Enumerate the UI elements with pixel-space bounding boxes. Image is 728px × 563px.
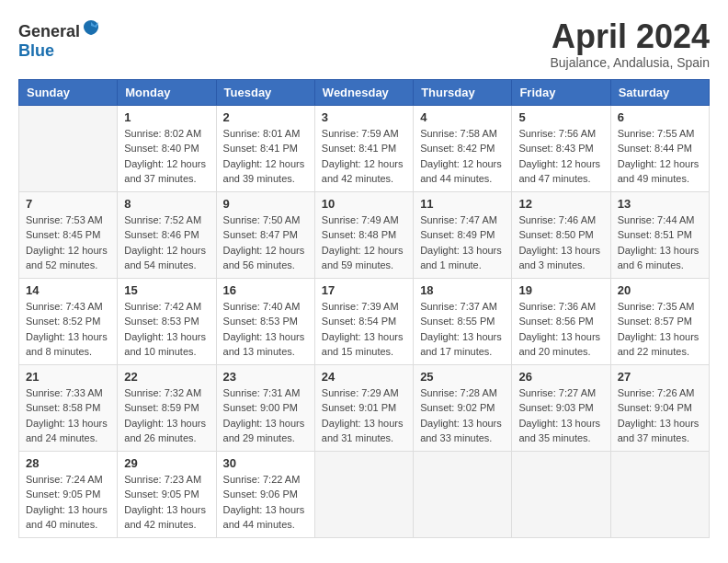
title-section: April 2024 Bujalance, Andalusia, Spain: [550, 18, 710, 70]
day-info: Sunrise: 7:52 AMSunset: 8:46 PMDaylight:…: [124, 213, 209, 273]
day-info: Sunrise: 7:37 AMSunset: 8:55 PMDaylight:…: [420, 299, 505, 360]
day-number: 10: [322, 197, 406, 211]
day-number: 28: [26, 456, 110, 470]
day-number: 29: [124, 456, 209, 470]
calendar-cell: 23Sunrise: 7:31 AMSunset: 9:00 PMDayligh…: [216, 364, 314, 451]
day-number: 15: [124, 283, 209, 297]
week-row-3: 14Sunrise: 7:43 AMSunset: 8:52 PMDayligh…: [19, 278, 710, 364]
day-info: Sunrise: 7:56 AMSunset: 8:43 PMDaylight:…: [518, 126, 603, 187]
calendar-cell: 19Sunrise: 7:36 AMSunset: 8:56 PMDayligh…: [512, 278, 610, 364]
calendar-cell: [19, 105, 118, 191]
calendar-cell: 14Sunrise: 7:43 AMSunset: 8:52 PMDayligh…: [19, 278, 118, 364]
day-number: 12: [518, 197, 603, 211]
calendar-cell: 7Sunrise: 7:53 AMSunset: 8:45 PMDaylight…: [19, 191, 118, 278]
day-number: 2: [223, 110, 308, 124]
day-info: Sunrise: 7:47 AMSunset: 8:49 PMDaylight:…: [420, 213, 505, 273]
day-info: Sunrise: 7:35 AMSunset: 8:57 PMDaylight:…: [618, 299, 702, 360]
day-info: Sunrise: 7:39 AMSunset: 8:54 PMDaylight:…: [322, 299, 406, 360]
day-number: 25: [420, 370, 505, 384]
week-row-1: 1Sunrise: 8:02 AMSunset: 8:40 PMDaylight…: [19, 105, 710, 191]
day-info: Sunrise: 7:32 AMSunset: 8:59 PMDaylight:…: [124, 385, 209, 446]
day-number: 1: [124, 110, 209, 124]
day-info: Sunrise: 7:22 AMSunset: 9:06 PMDaylight:…: [223, 472, 308, 533]
calendar-cell: 1Sunrise: 8:02 AMSunset: 8:40 PMDaylight…: [118, 105, 216, 191]
day-info: Sunrise: 7:44 AMSunset: 8:51 PMDaylight:…: [618, 213, 702, 273]
day-info: Sunrise: 7:29 AMSunset: 9:01 PMDaylight:…: [322, 385, 406, 446]
day-info: Sunrise: 7:24 AMSunset: 9:05 PMDaylight:…: [26, 472, 110, 533]
day-info: Sunrise: 7:43 AMSunset: 8:52 PMDaylight:…: [26, 299, 110, 360]
day-number: 16: [223, 283, 308, 297]
day-info: Sunrise: 7:28 AMSunset: 9:02 PMDaylight:…: [420, 385, 505, 446]
day-number: 11: [420, 197, 505, 211]
calendar-cell: 4Sunrise: 7:58 AMSunset: 8:42 PMDaylight…: [414, 105, 512, 191]
calendar-cell: 28Sunrise: 7:24 AMSunset: 9:05 PMDayligh…: [19, 451, 118, 537]
weekday-thursday: Thursday: [414, 79, 512, 105]
day-number: 17: [322, 283, 406, 297]
calendar-cell: 8Sunrise: 7:52 AMSunset: 8:46 PMDaylight…: [118, 191, 216, 278]
calendar-cell: 9Sunrise: 7:50 AMSunset: 8:47 PMDaylight…: [216, 191, 314, 278]
day-info: Sunrise: 7:55 AMSunset: 8:44 PMDaylight:…: [618, 126, 702, 187]
day-info: Sunrise: 7:49 AMSunset: 8:48 PMDaylight:…: [322, 213, 406, 273]
day-number: 30: [223, 456, 308, 470]
day-info: Sunrise: 8:01 AMSunset: 8:41 PMDaylight:…: [223, 126, 308, 187]
day-number: 23: [223, 370, 308, 384]
month-title: April 2024: [550, 18, 710, 55]
weekday-monday: Monday: [118, 79, 216, 105]
logo-blue: Blue: [18, 41, 54, 60]
day-number: 7: [26, 197, 110, 211]
day-info: Sunrise: 7:50 AMSunset: 8:47 PMDaylight:…: [223, 213, 308, 273]
day-info: Sunrise: 7:58 AMSunset: 8:42 PMDaylight:…: [420, 126, 505, 187]
weekday-sunday: Sunday: [19, 79, 118, 105]
day-number: 9: [223, 197, 308, 211]
day-info: Sunrise: 7:53 AMSunset: 8:45 PMDaylight:…: [26, 213, 110, 273]
week-row-5: 28Sunrise: 7:24 AMSunset: 9:05 PMDayligh…: [19, 451, 710, 537]
calendar-cell: [610, 451, 709, 537]
calendar-cell: 30Sunrise: 7:22 AMSunset: 9:06 PMDayligh…: [216, 451, 314, 537]
day-info: Sunrise: 7:33 AMSunset: 8:58 PMDaylight:…: [26, 385, 110, 446]
day-number: 22: [124, 370, 209, 384]
calendar-cell: 12Sunrise: 7:46 AMSunset: 8:50 PMDayligh…: [512, 191, 610, 278]
page-header: General Blue April 2024 Bujalance, Andal…: [18, 18, 710, 70]
calendar-table: SundayMondayTuesdayWednesdayThursdayFrid…: [18, 79, 710, 538]
day-info: Sunrise: 7:31 AMSunset: 9:00 PMDaylight:…: [223, 385, 308, 446]
day-number: 13: [618, 197, 702, 211]
calendar-cell: 13Sunrise: 7:44 AMSunset: 8:51 PMDayligh…: [610, 191, 709, 278]
calendar-cell: 3Sunrise: 7:59 AMSunset: 8:41 PMDaylight…: [314, 105, 413, 191]
calendar-cell: 15Sunrise: 7:42 AMSunset: 8:53 PMDayligh…: [118, 278, 216, 364]
calendar-cell: 5Sunrise: 7:56 AMSunset: 8:43 PMDaylight…: [512, 105, 610, 191]
day-info: Sunrise: 7:27 AMSunset: 9:03 PMDaylight:…: [518, 385, 603, 446]
logo-text: General Blue: [18, 18, 100, 61]
calendar-cell: 20Sunrise: 7:35 AMSunset: 8:57 PMDayligh…: [610, 278, 709, 364]
weekday-friday: Friday: [512, 79, 610, 105]
day-info: Sunrise: 7:36 AMSunset: 8:56 PMDaylight:…: [518, 299, 603, 360]
calendar-cell: 29Sunrise: 7:23 AMSunset: 9:05 PMDayligh…: [118, 451, 216, 537]
week-row-2: 7Sunrise: 7:53 AMSunset: 8:45 PMDaylight…: [19, 191, 710, 278]
day-number: 27: [618, 370, 702, 384]
day-info: Sunrise: 7:59 AMSunset: 8:41 PMDaylight:…: [322, 126, 406, 187]
day-number: 24: [322, 370, 406, 384]
calendar-cell: 22Sunrise: 7:32 AMSunset: 8:59 PMDayligh…: [118, 364, 216, 451]
calendar-cell: [414, 451, 512, 537]
calendar-cell: [512, 451, 610, 537]
calendar-cell: 24Sunrise: 7:29 AMSunset: 9:01 PMDayligh…: [314, 364, 413, 451]
calendar-cell: 6Sunrise: 7:55 AMSunset: 8:44 PMDaylight…: [610, 105, 709, 191]
calendar-cell: 2Sunrise: 8:01 AMSunset: 8:41 PMDaylight…: [216, 105, 314, 191]
calendar-cell: 10Sunrise: 7:49 AMSunset: 8:48 PMDayligh…: [314, 191, 413, 278]
day-info: Sunrise: 7:42 AMSunset: 8:53 PMDaylight:…: [124, 299, 209, 360]
day-number: 8: [124, 197, 209, 211]
location-title: Bujalance, Andalusia, Spain: [550, 55, 710, 70]
week-row-4: 21Sunrise: 7:33 AMSunset: 8:58 PMDayligh…: [19, 364, 710, 451]
calendar-cell: 18Sunrise: 7:37 AMSunset: 8:55 PMDayligh…: [414, 278, 512, 364]
calendar-cell: 26Sunrise: 7:27 AMSunset: 9:03 PMDayligh…: [512, 364, 610, 451]
day-number: 18: [420, 283, 505, 297]
calendar-cell: 27Sunrise: 7:26 AMSunset: 9:04 PMDayligh…: [610, 364, 709, 451]
weekday-wednesday: Wednesday: [314, 79, 413, 105]
calendar-cell: [314, 451, 413, 537]
calendar-cell: 17Sunrise: 7:39 AMSunset: 8:54 PMDayligh…: [314, 278, 413, 364]
day-info: Sunrise: 7:23 AMSunset: 9:05 PMDaylight:…: [124, 472, 209, 533]
day-number: 19: [518, 283, 603, 297]
day-number: 4: [420, 110, 505, 124]
day-number: 20: [618, 283, 702, 297]
weekday-saturday: Saturday: [610, 79, 709, 105]
day-number: 6: [618, 110, 702, 124]
